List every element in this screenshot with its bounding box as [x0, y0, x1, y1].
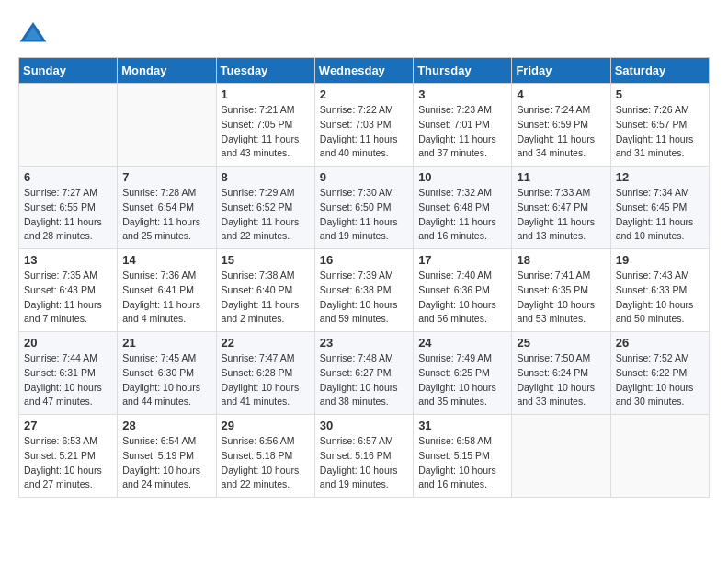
day-number: 5 [616, 87, 704, 101]
day-info: Sunrise: 7:22 AMSunset: 7:03 PMDaylight:… [320, 103, 408, 161]
calendar-cell: 25Sunrise: 7:50 AMSunset: 6:24 PMDayligh… [512, 332, 610, 415]
day-info: Sunrise: 7:43 AMSunset: 6:33 PMDaylight:… [616, 269, 704, 327]
day-number: 22 [222, 336, 310, 350]
calendar-cell: 22Sunrise: 7:47 AMSunset: 6:28 PMDayligh… [216, 332, 314, 415]
calendar-cell: 21Sunrise: 7:45 AMSunset: 6:30 PMDayligh… [118, 332, 216, 415]
day-number: 16 [320, 253, 408, 267]
day-number: 11 [517, 170, 605, 184]
day-header-sunday: Sunday [19, 58, 118, 84]
calendar-cell: 8Sunrise: 7:29 AMSunset: 6:52 PMDaylight… [216, 167, 314, 249]
day-info: Sunrise: 6:56 AMSunset: 5:18 PMDaylight:… [222, 434, 310, 492]
day-number: 31 [418, 419, 506, 432]
calendar-cell: 20Sunrise: 7:44 AMSunset: 6:31 PMDayligh… [19, 332, 118, 415]
calendar-cell: 5Sunrise: 7:26 AMSunset: 6:57 PMDaylight… [610, 84, 709, 167]
week-row-4: 20Sunrise: 7:44 AMSunset: 6:31 PMDayligh… [19, 332, 710, 415]
day-info: Sunrise: 7:36 AMSunset: 6:41 PMDaylight:… [122, 269, 210, 327]
calendar-cell: 23Sunrise: 7:48 AMSunset: 6:27 PMDayligh… [314, 332, 413, 415]
day-info: Sunrise: 7:33 AMSunset: 6:47 PMDaylight:… [517, 186, 605, 244]
day-number: 14 [122, 253, 210, 267]
week-row-2: 6Sunrise: 7:27 AMSunset: 6:55 PMDaylight… [19, 167, 710, 249]
day-info: Sunrise: 7:45 AMSunset: 6:30 PMDaylight:… [122, 351, 210, 409]
day-number: 9 [320, 170, 408, 184]
day-number: 19 [616, 253, 704, 267]
day-number: 2 [320, 87, 408, 101]
calendar-cell: 3Sunrise: 7:23 AMSunset: 7:01 PMDaylight… [414, 84, 512, 167]
calendar-cell: 13Sunrise: 7:35 AMSunset: 6:43 PMDayligh… [19, 249, 118, 332]
calendar-cell: 4Sunrise: 7:24 AMSunset: 6:59 PMDaylight… [512, 84, 610, 167]
day-info: Sunrise: 7:39 AMSunset: 6:38 PMDaylight:… [320, 269, 408, 327]
calendar-cell: 14Sunrise: 7:36 AMSunset: 6:41 PMDayligh… [118, 249, 216, 332]
day-info: Sunrise: 7:28 AMSunset: 6:54 PMDaylight:… [122, 186, 210, 244]
day-number: 23 [320, 336, 408, 350]
day-header-tuesday: Tuesday [216, 58, 314, 84]
calendar-cell: 29Sunrise: 6:56 AMSunset: 5:18 PMDayligh… [216, 415, 314, 498]
calendar-cell: 27Sunrise: 6:53 AMSunset: 5:21 PMDayligh… [19, 415, 118, 498]
day-info: Sunrise: 6:58 AMSunset: 5:15 PMDaylight:… [418, 434, 506, 492]
day-number: 18 [517, 253, 605, 267]
calendar-cell: 16Sunrise: 7:39 AMSunset: 6:38 PMDayligh… [314, 249, 413, 332]
days-header-row: SundayMondayTuesdayWednesdayThursdayFrid… [19, 58, 710, 84]
day-info: Sunrise: 7:29 AMSunset: 6:52 PMDaylight:… [222, 186, 310, 244]
calendar-cell: 9Sunrise: 7:30 AMSunset: 6:50 PMDaylight… [314, 167, 413, 249]
day-info: Sunrise: 7:34 AMSunset: 6:45 PMDaylight:… [616, 186, 704, 244]
calendar-cell: 6Sunrise: 7:27 AMSunset: 6:55 PMDaylight… [19, 167, 118, 249]
day-info: Sunrise: 7:26 AMSunset: 6:57 PMDaylight:… [616, 103, 704, 161]
calendar-cell: 26Sunrise: 7:52 AMSunset: 6:22 PMDayligh… [610, 332, 709, 415]
day-number: 8 [222, 170, 310, 184]
day-info: Sunrise: 7:41 AMSunset: 6:35 PMDaylight:… [517, 269, 605, 327]
day-number: 17 [418, 253, 506, 267]
calendar-cell: 12Sunrise: 7:34 AMSunset: 6:45 PMDayligh… [610, 167, 709, 249]
week-row-1: 1Sunrise: 7:21 AMSunset: 7:05 PMDaylight… [19, 84, 710, 167]
day-info: Sunrise: 7:35 AMSunset: 6:43 PMDaylight:… [24, 269, 112, 327]
day-info: Sunrise: 6:53 AMSunset: 5:21 PMDaylight:… [24, 434, 112, 492]
calendar-cell: 31Sunrise: 6:58 AMSunset: 5:15 PMDayligh… [414, 415, 512, 498]
day-header-saturday: Saturday [610, 58, 709, 84]
day-number: 26 [616, 336, 704, 350]
day-header-monday: Monday [118, 58, 216, 84]
day-info: Sunrise: 7:47 AMSunset: 6:28 PMDaylight:… [222, 351, 310, 409]
day-number: 6 [24, 170, 112, 184]
day-number: 12 [616, 170, 704, 184]
calendar-cell: 28Sunrise: 6:54 AMSunset: 5:19 PMDayligh… [118, 415, 216, 498]
day-number: 20 [24, 336, 112, 350]
day-info: Sunrise: 7:23 AMSunset: 7:01 PMDaylight:… [418, 103, 506, 161]
day-number: 28 [122, 419, 210, 432]
day-number: 1 [222, 87, 310, 101]
day-number: 30 [320, 419, 408, 432]
week-row-3: 13Sunrise: 7:35 AMSunset: 6:43 PMDayligh… [19, 249, 710, 332]
day-number: 13 [24, 253, 112, 267]
day-info: Sunrise: 6:57 AMSunset: 5:16 PMDaylight:… [320, 434, 408, 492]
day-header-thursday: Thursday [414, 58, 512, 84]
calendar-cell: 30Sunrise: 6:57 AMSunset: 5:16 PMDayligh… [314, 415, 413, 498]
calendar-cell [19, 84, 118, 167]
day-info: Sunrise: 7:50 AMSunset: 6:24 PMDaylight:… [517, 351, 605, 409]
week-row-5: 27Sunrise: 6:53 AMSunset: 5:21 PMDayligh… [19, 415, 710, 498]
calendar-cell: 7Sunrise: 7:28 AMSunset: 6:54 PMDaylight… [118, 167, 216, 249]
day-info: Sunrise: 7:32 AMSunset: 6:48 PMDaylight:… [418, 186, 506, 244]
day-info: Sunrise: 7:38 AMSunset: 6:40 PMDaylight:… [222, 269, 310, 327]
day-info: Sunrise: 7:24 AMSunset: 6:59 PMDaylight:… [517, 103, 605, 161]
day-info: Sunrise: 7:27 AMSunset: 6:55 PMDaylight:… [24, 186, 112, 244]
calendar-cell [610, 415, 709, 498]
calendar-cell [118, 84, 216, 167]
day-number: 27 [24, 419, 112, 432]
day-number: 24 [418, 336, 506, 350]
day-info: Sunrise: 7:49 AMSunset: 6:25 PMDaylight:… [418, 351, 506, 409]
calendar-cell: 18Sunrise: 7:41 AMSunset: 6:35 PMDayligh… [512, 249, 610, 332]
calendar-cell: 1Sunrise: 7:21 AMSunset: 7:05 PMDaylight… [216, 84, 314, 167]
logo [18, 18, 53, 48]
day-info: Sunrise: 7:44 AMSunset: 6:31 PMDaylight:… [24, 351, 112, 409]
calendar-cell: 24Sunrise: 7:49 AMSunset: 6:25 PMDayligh… [414, 332, 512, 415]
page-header [18, 18, 710, 48]
day-number: 29 [222, 419, 310, 432]
calendar-cell: 17Sunrise: 7:40 AMSunset: 6:36 PMDayligh… [414, 249, 512, 332]
day-info: Sunrise: 7:48 AMSunset: 6:27 PMDaylight:… [320, 351, 408, 409]
calendar-table: SundayMondayTuesdayWednesdayThursdayFrid… [18, 57, 710, 498]
day-number: 7 [122, 170, 210, 184]
day-header-friday: Friday [512, 58, 610, 84]
calendar-cell: 15Sunrise: 7:38 AMSunset: 6:40 PMDayligh… [216, 249, 314, 332]
calendar-cell: 11Sunrise: 7:33 AMSunset: 6:47 PMDayligh… [512, 167, 610, 249]
day-number: 4 [517, 87, 605, 101]
day-info: Sunrise: 7:21 AMSunset: 7:05 PMDaylight:… [222, 103, 310, 161]
day-number: 21 [122, 336, 210, 350]
